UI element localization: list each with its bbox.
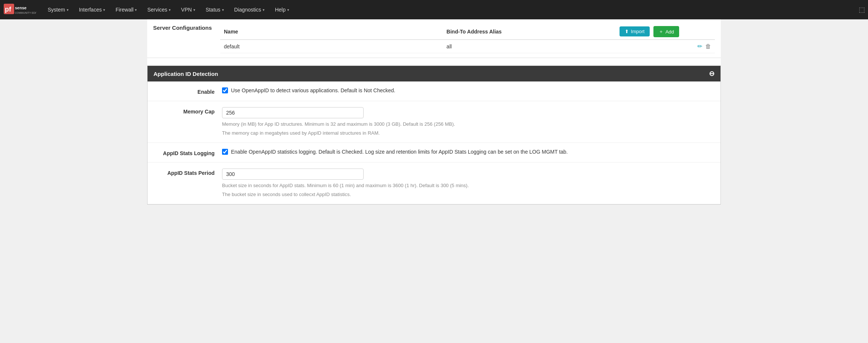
app-id-section: Application ID Detection ⊖ Enable Use Op…: [147, 65, 721, 205]
appid-stats-logging-checkbox-label: Enable OpenAppID statistics logging. Def…: [231, 149, 568, 155]
server-config-table-area: Name Bind-To Address Alias ⬆ Import ＋: [220, 24, 715, 53]
plus-icon: ＋: [659, 28, 663, 35]
enable-row: Enable Use OpenAppID to detect various a…: [148, 81, 720, 101]
delete-icon[interactable]: 🗑: [705, 43, 711, 50]
nav-status[interactable]: Status ▾: [200, 0, 229, 19]
svg-text:sense: sense: [15, 6, 26, 10]
appid-stats-logging-row: AppID Stats Logging Enable OpenAppID sta…: [148, 143, 720, 163]
appid-stats-period-input[interactable]: [222, 169, 364, 180]
nav-services[interactable]: Services ▾: [142, 0, 176, 19]
chevron-down-icon: ▾: [103, 8, 105, 12]
enable-checkbox-row: Use OpenAppID to detect various applicat…: [222, 87, 713, 93]
app-id-title: Application ID Detection: [153, 71, 218, 77]
collapse-icon[interactable]: ⊖: [709, 70, 715, 78]
import-icon: ⬆: [625, 29, 629, 34]
nav-firewall[interactable]: Firewall ▾: [110, 0, 142, 19]
row-actions: ✏ 🗑: [616, 40, 715, 53]
table-row: default all ✏ 🗑: [220, 40, 715, 53]
brand-logo: pf sense COMMUNITY EDITION: [3, 3, 37, 17]
svg-text:COMMUNITY EDITION: COMMUNITY EDITION: [15, 12, 37, 14]
nav-diagnostics[interactable]: Diagnostics ▾: [229, 0, 270, 19]
appid-stats-period-control: Bucket size in seconds for AppID stats. …: [222, 169, 713, 198]
server-config-table: Name Bind-To Address Alias ⬆ Import ＋: [220, 24, 715, 53]
appid-stats-logging-checkbox-row: Enable OpenAppID statistics logging. Def…: [222, 149, 713, 155]
navbar: pf sense COMMUNITY EDITION System ▾ Inte…: [0, 0, 868, 19]
memory-cap-row: Memory Cap Memory (in MB) for App ID str…: [148, 101, 720, 143]
memory-cap-control: Memory (in MB) for App ID structures. Mi…: [222, 107, 713, 137]
server-config-header: Server Configurations Name Bind-To Addre…: [147, 19, 721, 58]
memory-cap-input[interactable]: [222, 107, 364, 118]
appid-stats-period-help2: The bucket size in seconds used to colle…: [222, 191, 713, 198]
memory-cap-help2: The memory cap in megabytes used by AppI…: [222, 129, 713, 137]
nav-system[interactable]: System ▾: [42, 0, 74, 19]
nav-help[interactable]: Help ▾: [270, 0, 294, 19]
chevron-down-icon: ▾: [193, 8, 195, 12]
import-button[interactable]: ⬆ Import: [620, 26, 650, 36]
nav-interfaces[interactable]: Interfaces ▾: [74, 0, 110, 19]
enable-label: Enable: [155, 87, 222, 95]
col-name-header: Name: [220, 24, 443, 40]
col-actions-header: ⬆ Import ＋ Add: [616, 24, 715, 40]
chevron-down-icon: ▾: [287, 8, 289, 12]
appid-stats-logging-checkbox[interactable]: [222, 149, 228, 155]
chevron-down-icon: ▾: [222, 8, 224, 12]
chevron-down-icon: ▾: [263, 8, 264, 12]
col-bind-header: Bind-To Address Alias: [443, 24, 616, 40]
appid-stats-period-label: AppID Stats Period: [155, 169, 222, 176]
appid-stats-period-row: AppID Stats Period Bucket size in second…: [148, 163, 720, 204]
server-config-section: Server Configurations Name Bind-To Addre…: [147, 19, 721, 58]
nav-signout-icon[interactable]: ⬚: [859, 6, 865, 14]
appid-stats-logging-label: AppID Stats Logging: [155, 149, 222, 156]
enable-checkbox[interactable]: [222, 87, 228, 93]
enable-checkbox-label: Use OpenAppID to detect various applicat…: [231, 87, 395, 93]
chevron-down-icon: ▾: [135, 8, 137, 12]
enable-control: Use OpenAppID to detect various applicat…: [222, 87, 713, 93]
main-content: Server Configurations Name Bind-To Addre…: [147, 19, 721, 205]
nav-vpn[interactable]: VPN ▾: [176, 0, 200, 19]
pfsense-logo: pf sense COMMUNITY EDITION: [3, 3, 37, 17]
chevron-down-icon: ▾: [67, 8, 69, 12]
app-id-header: Application ID Detection ⊖: [148, 66, 720, 81]
appid-stats-logging-control: Enable OpenAppID statistics logging. Def…: [222, 149, 713, 155]
nav-menu: System ▾ Interfaces ▾ Firewall ▾ Service…: [42, 0, 859, 19]
add-button[interactable]: ＋ Add: [653, 26, 679, 37]
memory-cap-label: Memory Cap: [155, 107, 222, 115]
appid-stats-period-help1: Bucket size in seconds for AppID stats. …: [222, 182, 713, 189]
edit-icon[interactable]: ✏: [697, 43, 702, 50]
row-name: default: [220, 40, 443, 53]
server-config-title: Server Configurations: [153, 24, 220, 31]
row-bind: all: [443, 40, 616, 53]
memory-cap-help1: Memory (in MB) for App ID structures. Mi…: [222, 121, 713, 128]
chevron-down-icon: ▾: [169, 8, 171, 12]
svg-text:pf: pf: [5, 6, 12, 13]
